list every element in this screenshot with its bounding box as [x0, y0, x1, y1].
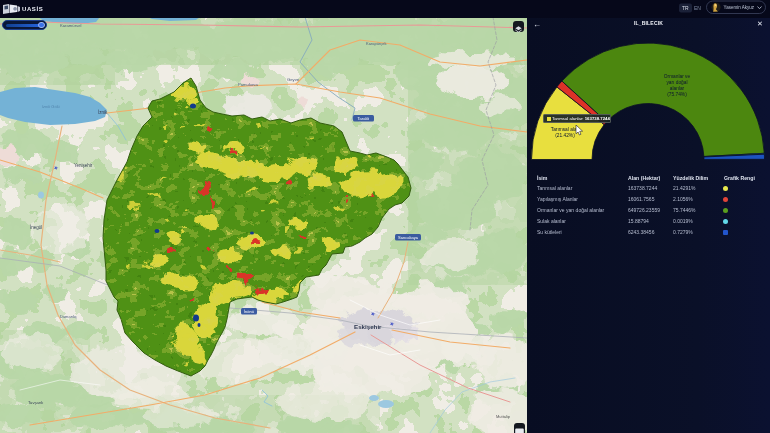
- svg-text:UASİS: UASİS: [22, 6, 43, 12]
- svg-text:Eskişehir: Eskişehir: [354, 323, 382, 330]
- svg-text:Taraklı: Taraklı: [358, 116, 370, 121]
- svg-text:Yenişehir: Yenişehir: [74, 163, 93, 168]
- svg-text:İnönü: İnönü: [244, 309, 254, 314]
- svg-text:Yasemin Akyuz: Yasemin Akyuz: [724, 5, 755, 10]
- svg-text:İznik: İznik: [98, 109, 108, 115]
- svg-text:TR: TR: [682, 5, 689, 11]
- svg-text:İnegöl: İnegöl: [30, 224, 42, 230]
- svg-text:Muttalip: Muttalip: [496, 414, 511, 419]
- svg-text:Karamürsel: Karamürsel: [60, 23, 81, 28]
- svg-text:İznik Gölü: İznik Gölü: [42, 104, 61, 109]
- svg-text:Tavşanlı: Tavşanlı: [28, 400, 43, 405]
- svg-text:Geyve: Geyve: [287, 77, 300, 82]
- svg-text:Dumanlıç: Dumanlıç: [60, 314, 77, 319]
- svg-text:Pamukova: Pamukova: [238, 82, 258, 87]
- svg-text:Sarıcakaya: Sarıcakaya: [398, 235, 419, 240]
- svg-text:EN: EN: [694, 5, 701, 11]
- svg-text:Karapürçek: Karapürçek: [366, 41, 386, 46]
